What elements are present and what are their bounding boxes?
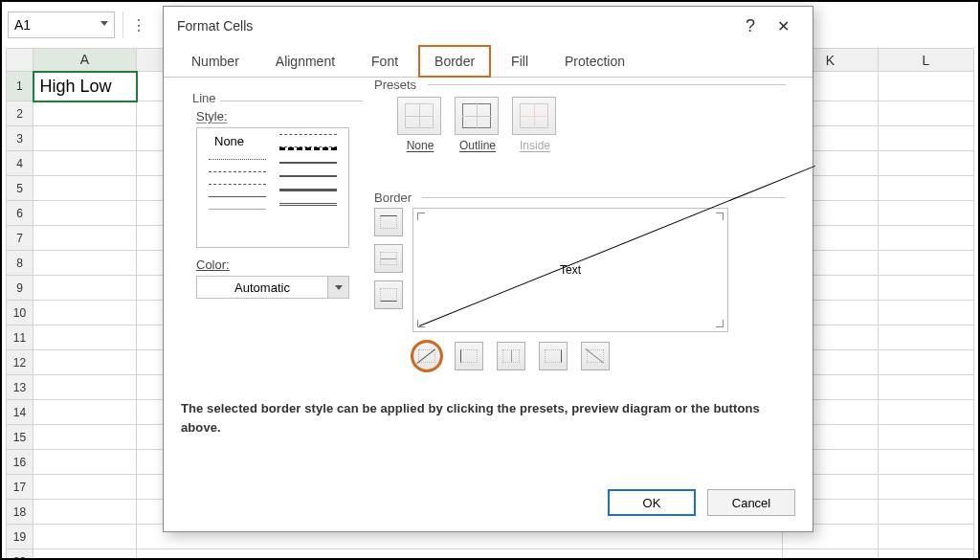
row-header[interactable]: 8	[7, 251, 33, 276]
style-option[interactable]	[279, 175, 337, 177]
cell[interactable]	[879, 251, 974, 276]
row-header[interactable]: 10	[7, 301, 33, 325]
cell[interactable]	[33, 475, 137, 500]
cell[interactable]	[879, 325, 974, 350]
style-option[interactable]	[209, 171, 266, 172]
border-middle-v-button[interactable]	[497, 342, 525, 370]
row-header[interactable]: 19	[7, 525, 33, 549]
cell[interactable]	[137, 549, 783, 561]
row-header[interactable]: 3	[7, 126, 33, 151]
col-header-A[interactable]: A	[33, 49, 137, 72]
tab-border[interactable]: Border	[418, 45, 491, 78]
border-diag-down-button[interactable]	[581, 342, 610, 370]
style-option[interactable]	[209, 196, 266, 197]
help-button[interactable]: ?	[734, 16, 767, 36]
border-middle-h-button[interactable]	[374, 244, 403, 273]
cell[interactable]	[33, 400, 137, 425]
cell[interactable]	[33, 226, 137, 251]
row-header[interactable]: 16	[7, 450, 33, 475]
cell[interactable]	[879, 375, 974, 400]
more-icon[interactable]: ⋮	[131, 16, 146, 34]
row-header[interactable]: 11	[7, 325, 33, 350]
row-header[interactable]: 18	[7, 500, 33, 525]
preset-inside[interactable]: Inside	[512, 97, 558, 152]
preset-none[interactable]: None	[397, 97, 443, 152]
cell[interactable]	[879, 525, 974, 549]
cancel-button[interactable]: Cancel	[707, 489, 795, 516]
cell[interactable]	[879, 549, 974, 561]
row-header[interactable]: 12	[7, 350, 33, 375]
tab-font[interactable]: Font	[355, 45, 414, 78]
row-header[interactable]: 13	[7, 375, 33, 400]
cell[interactable]	[33, 525, 137, 549]
row-header[interactable]: 17	[7, 475, 33, 500]
style-none-option[interactable]: None	[214, 134, 244, 148]
row-header[interactable]: 20	[7, 549, 33, 561]
cell[interactable]	[33, 151, 137, 176]
cell[interactable]	[33, 126, 137, 151]
cell[interactable]	[879, 475, 974, 500]
style-option[interactable]	[209, 209, 266, 210]
style-option[interactable]	[279, 134, 337, 135]
cell[interactable]	[879, 276, 974, 301]
name-box[interactable]: A1	[8, 11, 115, 38]
cell[interactable]	[879, 126, 974, 151]
corner-cell[interactable]	[7, 49, 33, 72]
row-header[interactable]: 1	[7, 72, 33, 101]
row-header[interactable]: 2	[7, 101, 33, 126]
cell[interactable]	[879, 400, 974, 425]
tab-number[interactable]: Number	[175, 45, 256, 78]
cell[interactable]	[33, 276, 137, 301]
tab-alignment[interactable]: Alignment	[259, 45, 351, 78]
border-diag-up-button[interactable]	[412, 342, 441, 370]
cell[interactable]	[33, 350, 137, 375]
line-style-list[interactable]: None	[196, 127, 349, 248]
tab-fill[interactable]: Fill	[495, 45, 545, 78]
cell[interactable]	[783, 549, 879, 561]
color-dropdown[interactable]: Automatic	[196, 276, 349, 299]
cell[interactable]	[33, 325, 137, 350]
cell[interactable]	[879, 201, 974, 226]
cell[interactable]	[33, 251, 137, 276]
border-top-button[interactable]	[374, 208, 403, 236]
cell[interactable]	[33, 301, 137, 325]
ok-button[interactable]: OK	[608, 489, 696, 516]
border-left-button[interactable]	[455, 342, 483, 370]
style-option[interactable]	[279, 203, 337, 206]
close-button[interactable]: ✕	[767, 17, 799, 35]
row-header[interactable]: 15	[7, 425, 33, 450]
cell[interactable]	[879, 500, 974, 525]
border-right-button[interactable]	[539, 342, 568, 370]
row-header[interactable]: 5	[7, 176, 33, 201]
cell[interactable]	[879, 101, 974, 126]
cell[interactable]	[33, 101, 137, 126]
cell[interactable]	[33, 549, 137, 561]
cell[interactable]	[33, 500, 137, 525]
row-header[interactable]: 14	[7, 400, 33, 425]
col-header-L[interactable]: L	[879, 49, 974, 72]
style-option[interactable]	[209, 159, 266, 160]
cell[interactable]	[879, 301, 974, 325]
cell[interactable]	[879, 425, 974, 450]
cell[interactable]	[33, 201, 137, 226]
cell[interactable]	[879, 226, 974, 251]
row-header[interactable]: 9	[7, 276, 33, 301]
style-option[interactable]	[279, 189, 337, 191]
cell[interactable]: High Low	[33, 72, 137, 101]
cell[interactable]	[879, 450, 974, 475]
cell[interactable]	[879, 350, 974, 375]
style-option[interactable]	[279, 146, 337, 150]
border-preview[interactable]: Text	[412, 208, 728, 332]
border-bottom-button[interactable]	[374, 280, 403, 309]
row-header[interactable]: 4	[7, 151, 33, 176]
tab-protection[interactable]: Protection	[548, 45, 641, 78]
cell[interactable]	[33, 425, 137, 450]
cell[interactable]	[33, 375, 137, 400]
cell[interactable]	[33, 176, 137, 201]
cell[interactable]	[879, 151, 974, 176]
style-option[interactable]	[209, 184, 266, 185]
cell[interactable]	[33, 450, 137, 475]
style-option[interactable]	[279, 162, 337, 164]
cell[interactable]	[879, 176, 974, 201]
cell[interactable]	[879, 72, 974, 101]
